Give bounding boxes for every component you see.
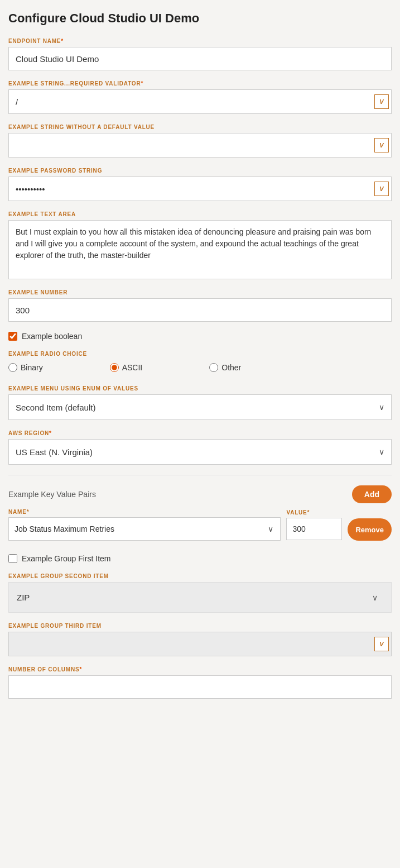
kv-value-col: VALUE*: [286, 509, 342, 540]
example-textarea-label: EXAMPLE TEXT AREA: [8, 211, 392, 217]
group-first-item-checkbox[interactable]: [8, 554, 17, 563]
key-value-label: Example Key Value Pairs: [8, 490, 96, 499]
radio-binary[interactable]: [8, 363, 17, 372]
example-number-field: EXAMPLE NUMBER: [8, 289, 392, 322]
section-divider: [8, 475, 392, 475]
kv-name-label: NAME*: [8, 509, 281, 515]
radio-binary-label[interactable]: Binary: [21, 363, 43, 372]
example-password-label: EXAMPLE PASSWORD STRING: [8, 168, 392, 174]
example-menu-wrapper: First Item Second Item (default) Third I…: [8, 394, 392, 420]
key-value-header: Example Key Value Pairs Add: [8, 485, 392, 503]
add-button[interactable]: Add: [352, 485, 392, 503]
example-menu-field: EXAMPLE MENU USING ENUM OF VALUES First …: [8, 385, 392, 420]
example-radio-label: EXAMPLE RADIO CHOICE: [8, 351, 392, 357]
radio-other[interactable]: [209, 363, 218, 372]
remove-button[interactable]: Remove: [348, 518, 392, 541]
key-value-row: NAME* Job Status Maximum Retries Option …: [8, 509, 392, 541]
example-string-no-default-label: EXAMPLE STRING WITHOUT A DEFAULT VALUE: [8, 124, 392, 130]
example-radio-group: Binary ASCII Other: [8, 360, 392, 375]
example-password-field: EXAMPLE PASSWORD STRING V: [8, 168, 392, 201]
example-radio-field: EXAMPLE RADIO CHOICE Binary ASCII Other: [8, 351, 392, 375]
radio-ascii[interactable]: [110, 363, 119, 372]
group-second-item-section: ZIP GZIP TAR ∨: [8, 582, 392, 613]
radio-option-ascii[interactable]: ASCII: [110, 363, 143, 372]
variable-icon-btn[interactable]: V: [374, 94, 389, 109]
endpoint-name-input[interactable]: [8, 47, 392, 70]
aws-region-wrapper: US East (N. Virginia) US West (Oregon) E…: [8, 439, 392, 465]
kv-name-select-wrapper: Job Status Maximum Retries Option 2 Opti…: [8, 517, 281, 541]
group-third-item-wrapper: V: [8, 632, 392, 656]
example-string-no-default-wrapper: V: [8, 133, 392, 158]
example-number-input[interactable]: [8, 298, 392, 322]
group-second-item-label: EXAMPLE GROUP SECOND ITEM: [8, 573, 392, 579]
group-third-item-label: EXAMPLE GROUP THIRD ITEM: [8, 623, 392, 629]
example-textarea-wrapper: But I must explain to you how all this m…: [8, 220, 392, 279]
aws-region-field: AWS REGION* US East (N. Virginia) US Wes…: [8, 430, 392, 465]
example-string-no-default-field: EXAMPLE STRING WITHOUT A DEFAULT VALUE V: [8, 124, 392, 158]
example-number-label: EXAMPLE NUMBER: [8, 289, 392, 295]
variable-icon-btn-2[interactable]: V: [374, 138, 389, 152]
variable-icon-btn-3[interactable]: V: [374, 182, 389, 196]
endpoint-name-label: ENDPOINT NAME*: [8, 38, 392, 44]
group-first-item-label[interactable]: Example Group First Item: [22, 554, 111, 563]
kv-value-label: VALUE*: [286, 509, 342, 516]
radio-option-binary[interactable]: Binary: [8, 363, 43, 372]
example-password-wrapper: V: [8, 177, 392, 201]
example-menu-select[interactable]: First Item Second Item (default) Third I…: [9, 395, 391, 419]
variable-icon-btn-4[interactable]: V: [374, 637, 389, 651]
group-third-item-input[interactable]: [9, 632, 391, 656]
example-boolean-label[interactable]: Example boolean: [22, 332, 82, 341]
aws-region-label: AWS REGION*: [8, 430, 392, 436]
example-string-no-default-input[interactable]: [9, 133, 391, 157]
kv-name-col: NAME* Job Status Maximum Retries Option …: [8, 509, 281, 541]
number-of-columns-field: NUMBER OF COLUMNS*: [8, 666, 392, 699]
example-string-wrapper: V: [8, 89, 392, 114]
example-textarea-field: EXAMPLE TEXT AREA But I must explain to …: [8, 211, 392, 279]
kv-value-input[interactable]: [286, 518, 342, 540]
example-string-input[interactable]: [9, 90, 391, 113]
radio-ascii-label[interactable]: ASCII: [122, 363, 143, 372]
example-menu-label: EXAMPLE MENU USING ENUM OF VALUES: [8, 385, 392, 392]
group-second-item-select-wrapper: ZIP GZIP TAR ∨: [16, 588, 384, 607]
group-third-item-field: EXAMPLE GROUP THIRD ITEM V: [8, 623, 392, 656]
example-boolean-checkbox[interactable]: [8, 332, 17, 341]
example-password-input[interactable]: [9, 177, 391, 201]
example-string-field: EXAMPLE STRING...REQUIRED VALIDATOR* V: [8, 80, 392, 114]
endpoint-name-field: ENDPOINT NAME*: [8, 38, 392, 70]
aws-region-select[interactable]: US East (N. Virginia) US West (Oregon) E…: [9, 440, 391, 464]
radio-other-label[interactable]: Other: [221, 363, 241, 372]
example-textarea-input[interactable]: But I must explain to you how all this m…: [9, 221, 391, 276]
group-first-item-row: Example Group First Item: [8, 554, 392, 563]
group-second-item-field: EXAMPLE GROUP SECOND ITEM ZIP GZIP TAR ∨: [8, 573, 392, 613]
page-title: Configure Cloud Studio UI Demo: [8, 11, 392, 26]
radio-option-other[interactable]: Other: [209, 363, 241, 372]
example-string-label: EXAMPLE STRING...REQUIRED VALIDATOR*: [8, 80, 392, 87]
kv-name-select[interactable]: Job Status Maximum Retries Option 2 Opti…: [9, 518, 280, 540]
number-of-columns-label: NUMBER OF COLUMNS*: [8, 666, 392, 673]
example-boolean-row: Example boolean: [8, 332, 392, 341]
group-second-item-select[interactable]: ZIP GZIP TAR: [16, 588, 384, 607]
number-of-columns-input[interactable]: [8, 675, 392, 699]
